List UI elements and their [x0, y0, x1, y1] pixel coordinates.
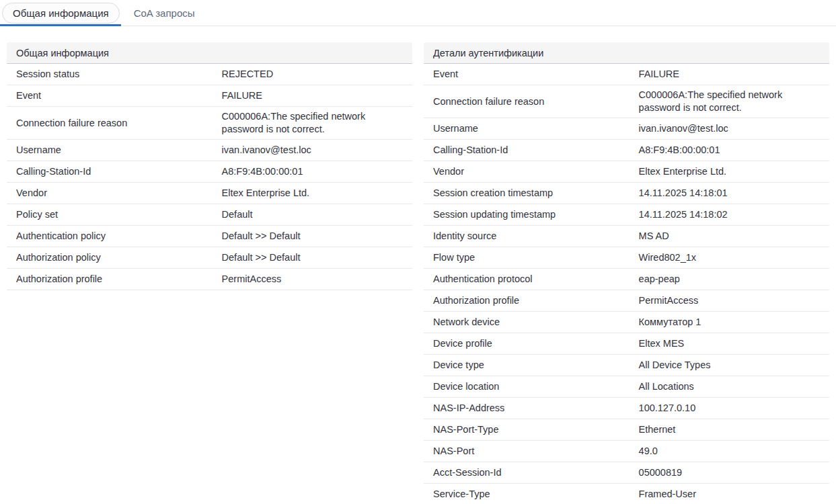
panel-general-info-rows: Session status REJECTED Event FAILURE Co… [7, 64, 412, 290]
tab-coa-requests[interactable]: CoA запросы [121, 0, 207, 26]
row-label: Session creation timestamp [424, 183, 639, 203]
tab-coa-requests-label: CoA запросы [123, 3, 206, 24]
row-value: PermitAccess [639, 291, 829, 310]
panel-auth-details-title: Детали аутентификации [424, 42, 829, 64]
row-label: Device type [424, 355, 639, 375]
row-value: Default [222, 205, 412, 224]
panel-auth-details-rows: Event FAILURE Connection failure reason … [424, 64, 829, 504]
table-row: Event FAILURE [7, 85, 412, 107]
row-value: ivan.ivanov@test.loc [222, 140, 412, 160]
row-label: Authorization profile [7, 269, 222, 289]
table-row: Device location All Locations [424, 376, 829, 398]
row-value: ivan.ivanov@test.loc [639, 119, 829, 138]
row-label: NAS-Port [424, 442, 639, 461]
panel-auth-details: Детали аутентификации Event FAILURE Conn… [424, 42, 829, 504]
row-label: Device location [424, 377, 639, 396]
table-row: NAS-Port-Type Ethernet [424, 419, 829, 441]
row-label: Authorization profile [424, 291, 639, 310]
table-row: Event FAILURE [424, 64, 829, 85]
row-value: Коммутатор 1 [639, 312, 829, 332]
table-row: Session creation timestamp 14.11.2025 14… [424, 183, 829, 204]
table-row: Session status REJECTED [7, 64, 412, 85]
table-row: NAS-IP-Address 100.127.0.10 [424, 398, 829, 419]
row-label: Connection failure reason [7, 114, 222, 133]
tab-general-info[interactable]: Общая информация [0, 0, 121, 26]
row-value: A8:F9:4B:00:00:01 [639, 140, 829, 160]
panel-general-info-title: Общая информация [7, 42, 412, 64]
row-value: FAILURE [222, 86, 412, 106]
table-row: Authentication policy Default >> Default [7, 226, 412, 247]
row-value: 05000819 [639, 463, 829, 482]
table-row: Authorization profile PermitAccess [7, 269, 412, 290]
row-label: NAS-IP-Address [424, 398, 639, 418]
row-value: Default >> Default [222, 226, 412, 246]
table-row: Service-Type Framed-User [424, 484, 829, 504]
table-row: Network device Коммутатор 1 [424, 312, 829, 333]
panels-container: Общая информация Session status REJECTED… [0, 42, 836, 504]
row-value: 14.11.2025 14:18:01 [639, 183, 829, 203]
table-row: Calling-Station-Id A8:F9:4B:00:00:01 [7, 161, 412, 183]
table-row: Connection failure reason C000006A:The s… [7, 107, 412, 140]
row-label: Session status [7, 65, 222, 84]
row-value: Wired802_1x [639, 248, 829, 267]
table-row: Calling-Station-Id A8:F9:4B:00:00:01 [424, 140, 829, 161]
table-row: Session updating timestamp 14.11.2025 14… [424, 204, 829, 226]
table-row: Acct-Session-Id 05000819 [424, 462, 829, 484]
row-label: Vendor [7, 183, 222, 203]
row-label: NAS-Port-Type [424, 420, 639, 439]
row-label: Calling-Station-Id [7, 162, 222, 181]
row-label: Username [424, 119, 639, 138]
table-row: Vendor Eltex Enterprise Ltd. [424, 161, 829, 183]
row-label: Authentication policy [7, 226, 222, 246]
row-value: FAILURE [639, 65, 829, 84]
table-row: Authorization profile PermitAccess [424, 290, 829, 312]
row-label: Username [7, 140, 222, 160]
row-value: Eltex MES [639, 334, 829, 353]
table-row: Flow type Wired802_1x [424, 247, 829, 269]
row-value: 49.0 [639, 442, 829, 461]
row-value: 100.127.0.10 [639, 398, 829, 418]
row-value: REJECTED [222, 65, 412, 84]
tab-bar: Общая информация CoA запросы [0, 0, 836, 26]
row-label: Vendor [424, 162, 639, 181]
table-row: Authorization policy Default >> Default [7, 247, 412, 269]
table-row: Identity source MS AD [424, 226, 829, 247]
table-row: NAS-Port 49.0 [424, 441, 829, 462]
row-value: C000006A:The specified network password … [222, 107, 412, 139]
table-row: Authentication protocol eap-peap [424, 269, 829, 290]
row-label: Event [7, 86, 222, 106]
row-value: MS AD [639, 226, 829, 246]
table-row: Username ivan.ivanov@test.loc [7, 140, 412, 161]
row-label: Calling-Station-Id [424, 140, 639, 160]
row-value: All Device Types [639, 355, 829, 375]
row-value: Ethernet [639, 420, 829, 439]
table-row: Username ivan.ivanov@test.loc [424, 118, 829, 140]
row-label: Device profile [424, 334, 639, 353]
panel-general-info: Общая информация Session status REJECTED… [7, 42, 412, 290]
row-label: Policy set [7, 205, 222, 224]
row-label: Network device [424, 312, 639, 332]
row-label: Connection failure reason [424, 92, 639, 112]
table-row: Vendor Eltex Enterprise Ltd. [7, 183, 412, 204]
row-value: All Locations [639, 377, 829, 396]
row-label: Identity source [424, 226, 639, 246]
table-row: Connection failure reason C000006A:The s… [424, 85, 829, 118]
row-value: A8:F9:4B:00:00:01 [222, 162, 412, 181]
row-label: Authentication protocol [424, 269, 639, 289]
tab-general-info-label: Общая информация [2, 3, 120, 24]
row-label: Authorization policy [7, 248, 222, 267]
table-row: Device profile Eltex MES [424, 333, 829, 355]
row-value: Eltex Enterprise Ltd. [222, 183, 412, 203]
row-value: eap-peap [639, 269, 829, 289]
row-value: Framed-User [639, 485, 829, 504]
row-label: Acct-Session-Id [424, 463, 639, 482]
row-label: Event [424, 65, 639, 84]
row-label: Service-Type [424, 485, 639, 504]
row-value: Eltex Enterprise Ltd. [639, 162, 829, 181]
row-value: PermitAccess [222, 269, 412, 289]
row-value: Default >> Default [222, 248, 412, 267]
row-label: Flow type [424, 248, 639, 267]
table-row: Policy set Default [7, 204, 412, 226]
table-row: Device type All Device Types [424, 355, 829, 376]
row-label: Session updating timestamp [424, 205, 639, 224]
